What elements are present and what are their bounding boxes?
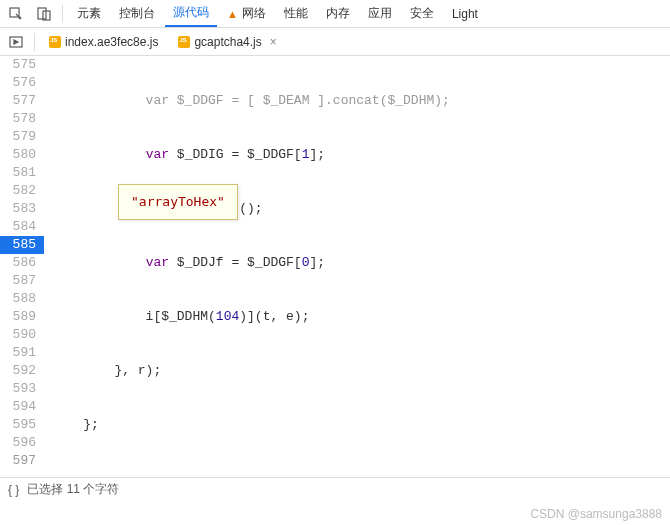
watermark: CSDN @samsunga3888 — [530, 507, 662, 521]
tab-application[interactable]: 应用 — [360, 1, 400, 26]
divider — [62, 5, 63, 23]
line-gutter: 5755765775785795805815825835845855865875… — [0, 56, 44, 470]
code-content[interactable]: var $_DDGF = [ $_DEAM ].concat($_DDHM); … — [44, 56, 670, 478]
device-icon[interactable] — [32, 2, 56, 26]
code-line: var $_DDGF = [ $_DEAM ].concat($_DDHM); — [44, 92, 670, 110]
code-line: }; — [44, 416, 670, 434]
tab-sources[interactable]: 源代码 — [165, 0, 217, 27]
js-file-icon — [49, 36, 61, 48]
tab-console[interactable]: 控制台 — [111, 1, 163, 26]
status-bar: { } 已选择 11 个字符 — [0, 477, 670, 501]
devtools-toolbar: 元素 控制台 源代码 ▲网络 性能 内存 应用 安全 Light — [0, 0, 670, 28]
code-line: }, r); — [44, 362, 670, 380]
inspect-icon[interactable] — [4, 2, 28, 26]
code-line: var $_DDIG = $_DDGF[1]; — [44, 146, 670, 164]
tab-performance[interactable]: 性能 — [276, 1, 316, 26]
tab-memory[interactable]: 内存 — [318, 1, 358, 26]
close-icon[interactable]: × — [270, 35, 277, 49]
code-line: var $_DDJf = $_DDGF[0]; — [44, 254, 670, 272]
tab-network[interactable]: ▲网络 — [219, 1, 274, 26]
hover-tooltip: "arrayToHex" — [118, 184, 238, 220]
svg-rect-1 — [38, 8, 46, 19]
braces-icon[interactable]: { } — [8, 483, 19, 497]
file-tab-1[interactable]: index.ae3fec8e.js — [41, 31, 166, 53]
code-editor[interactable]: 5755765775785795805815825835845855865875… — [0, 56, 670, 478]
warning-icon: ▲ — [227, 8, 238, 20]
js-file-icon — [178, 36, 190, 48]
tab-security[interactable]: 安全 — [402, 1, 442, 26]
run-icon[interactable] — [4, 30, 28, 54]
file-tab-2[interactable]: gcaptcha4.js× — [170, 31, 284, 53]
tab-lighthouse[interactable]: Light — [444, 3, 486, 25]
file-tabs-bar: index.ae3fec8e.js gcaptcha4.js× — [0, 28, 670, 56]
divider — [34, 33, 35, 51]
code-line: i[$_DDHM(104)](t, e); — [44, 308, 670, 326]
status-text: 已选择 11 个字符 — [27, 481, 119, 498]
tab-elements[interactable]: 元素 — [69, 1, 109, 26]
panel-tabs: 元素 控制台 源代码 ▲网络 性能 内存 应用 安全 Light — [69, 0, 486, 27]
